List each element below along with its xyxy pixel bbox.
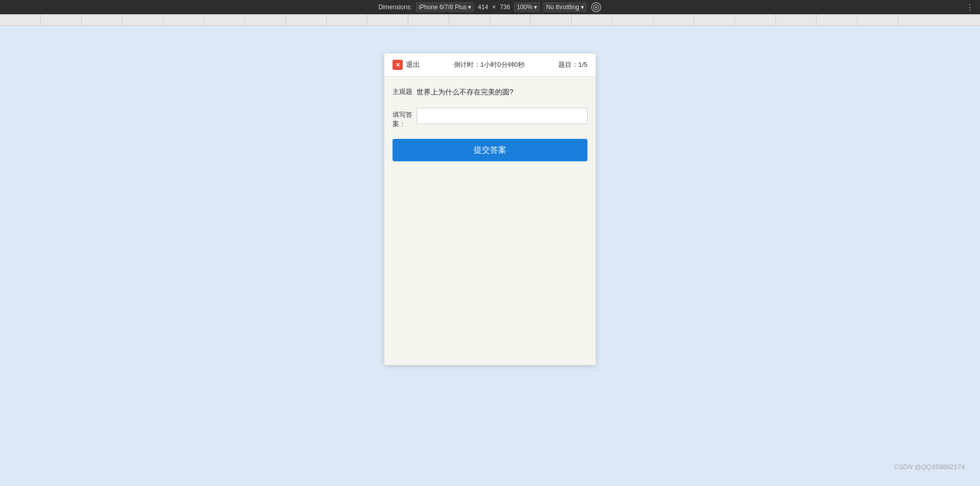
ruler-tab-2[interactable] xyxy=(41,14,82,25)
answer-input[interactable] xyxy=(416,108,587,124)
ruler-tab-1[interactable] xyxy=(0,14,41,25)
main-area: ✕ 退出 倒计时：1小时0分钟0秒 题目：1/5 主观题 世界上为什么不存在完美… xyxy=(0,26,980,486)
throttling-arrow: ▾ xyxy=(581,4,584,11)
ruler-tab-20[interactable] xyxy=(776,14,817,25)
ruler-tabs xyxy=(0,14,898,25)
ruler-tab-6[interactable] xyxy=(204,14,245,25)
ruler-tab-14[interactable] xyxy=(531,14,572,25)
ruler-tab-10[interactable] xyxy=(368,14,408,25)
submit-btn-label: 提交答案 xyxy=(474,145,506,156)
sensor-icon[interactable] xyxy=(591,2,602,13)
answer-label: 填写答 案： xyxy=(393,108,412,129)
device-dropdown-arrow: ▾ xyxy=(468,4,471,11)
question-row: 主观题 世界上为什么不存在完美的圆? xyxy=(393,87,587,98)
question-number-display: 题目：1/5 xyxy=(558,60,587,69)
watermark-text: CSDN @QQ359892174 xyxy=(894,463,965,471)
zoom-dropdown[interactable]: 100% ▾ xyxy=(514,3,540,12)
zoom-level: 100% xyxy=(517,4,532,11)
submit-button[interactable]: 提交答案 xyxy=(393,139,587,161)
more-options-button[interactable]: ⋮ xyxy=(966,3,974,12)
ruler-tab-17[interactable] xyxy=(653,14,694,25)
ruler-tab-16[interactable] xyxy=(612,14,653,25)
answer-row: 填写答 案： xyxy=(393,108,587,129)
times-symbol: × xyxy=(492,4,496,11)
zoom-arrow: ▾ xyxy=(534,4,537,11)
exit-icon: ✕ xyxy=(393,60,403,70)
height-value: 736 xyxy=(500,4,510,11)
answer-label-line2: 案： xyxy=(393,120,406,128)
ruler-tab-8[interactable] xyxy=(286,14,327,25)
ruler-tab-12[interactable] xyxy=(449,14,490,25)
timer-value: 1小时0分钟0秒 xyxy=(480,61,525,68)
timer-display: 倒计时：1小时0分钟0秒 xyxy=(454,60,525,69)
toolbar-center: Dimensions: iPhone 6/7/8 Plus ▾ 414 × 73… xyxy=(378,2,602,13)
toolbar-right: ⋮ xyxy=(966,3,974,12)
ruler-tab-9[interactable] xyxy=(327,14,368,25)
svg-point-2 xyxy=(595,6,597,8)
phone-frame: ✕ 退出 倒计时：1小时0分钟0秒 题目：1/5 主观题 世界上为什么不存在完美… xyxy=(384,54,596,365)
ruler-tab-21[interactable] xyxy=(817,14,857,25)
answer-label-line1: 填写答 xyxy=(393,111,412,118)
ruler-tab-11[interactable] xyxy=(408,14,449,25)
question-text: 世界上为什么不存在完美的圆? xyxy=(416,87,513,98)
exit-label: 退出 xyxy=(406,60,420,69)
ruler-tab-13[interactable] xyxy=(490,14,531,25)
question-num-prefix: 题目： xyxy=(558,61,578,68)
app-header: ✕ 退出 倒计时：1小时0分钟0秒 题目：1/5 xyxy=(384,54,596,77)
ruler-tab-5[interactable] xyxy=(163,14,204,25)
ruler-tab-18[interactable] xyxy=(694,14,735,25)
width-value: 414 xyxy=(478,4,488,11)
throttling-dropdown[interactable]: No throttling ▾ xyxy=(544,3,586,12)
ruler-row xyxy=(0,14,980,26)
ruler-tab-3[interactable] xyxy=(82,14,122,25)
device-name: iPhone 6/7/8 Plus xyxy=(419,4,467,11)
question-type-tag: 主观题 xyxy=(393,87,412,96)
watermark: CSDN @QQ359892174 xyxy=(894,463,965,471)
ruler-tab-22[interactable] xyxy=(857,14,898,25)
timer-prefix: 倒计时： xyxy=(454,61,480,68)
throttling-label: No throttling xyxy=(546,4,579,11)
app-body: 主观题 世界上为什么不存在完美的圆? 填写答 案： 提交答案 xyxy=(384,77,596,172)
browser-toolbar: Dimensions: iPhone 6/7/8 Plus ▾ 414 × 73… xyxy=(0,0,980,14)
device-dropdown[interactable]: iPhone 6/7/8 Plus ▾ xyxy=(416,3,474,12)
ruler-tab-15[interactable] xyxy=(572,14,612,25)
ruler-tab-7[interactable] xyxy=(245,14,286,25)
exit-button[interactable]: ✕ 退出 xyxy=(393,60,420,70)
dimensions-label: Dimensions: xyxy=(378,4,412,11)
ruler-tab-19[interactable] xyxy=(735,14,776,25)
ruler-tab-4[interactable] xyxy=(122,14,163,25)
question-num-value: 1/5 xyxy=(578,61,587,68)
